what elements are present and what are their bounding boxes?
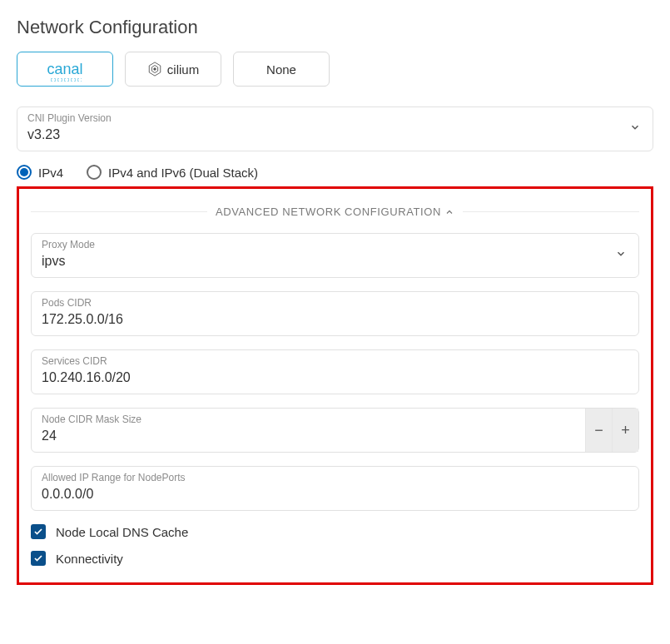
nodeport-range-input[interactable]: [32, 467, 638, 510]
nodeport-range-field: Allowed IP Range for NodePorts: [31, 466, 639, 511]
cni-provider-row: canal cilium None: [17, 52, 653, 87]
radio-ipv4[interactable]: IPv4: [17, 165, 63, 180]
proxy-mode-value: ipvs: [32, 234, 638, 277]
provider-none-button[interactable]: None: [233, 52, 330, 87]
proxy-mode-select[interactable]: Proxy Mode ipvs: [31, 233, 639, 278]
page-title: Network Configuration: [17, 17, 653, 38]
advanced-header-text: ADVANCED NETWORK CONFIGURATION: [216, 206, 441, 218]
radio-dual-label: IPv4 and IPv6 (Dual Stack): [108, 166, 258, 180]
ip-mode-radio-group: IPv4 IPv4 and IPv6 (Dual Stack): [17, 165, 653, 180]
checkbox-konnectivity-label: Konnectivity: [56, 552, 123, 566]
pods-cidr-input[interactable]: [32, 292, 638, 335]
node-mask-field: Node CIDR Mask Size − +: [31, 408, 639, 453]
radio-ipv4-label: IPv4: [38, 166, 63, 180]
cilium-label: cilium: [167, 62, 199, 77]
provider-canal-button[interactable]: canal: [17, 52, 113, 87]
radio-icon: [17, 165, 32, 180]
cilium-icon: [147, 62, 162, 77]
stepper-increment-button[interactable]: +: [612, 409, 638, 452]
checkbox-konnectivity-row: Konnectivity: [31, 551, 639, 566]
none-label: None: [266, 62, 296, 77]
checkbox-konnectivity[interactable]: [31, 551, 46, 566]
check-icon: [33, 527, 43, 537]
node-mask-stepper: − +: [585, 409, 638, 452]
radio-icon: [87, 165, 102, 180]
services-cidr-field: Services CIDR: [31, 349, 639, 394]
checkbox-dns-cache[interactable]: [31, 524, 46, 539]
chevron-up-icon: [444, 207, 454, 217]
node-mask-input[interactable]: [32, 409, 638, 452]
check-icon: [33, 553, 43, 563]
radio-dual-stack[interactable]: IPv4 and IPv6 (Dual Stack): [87, 165, 258, 180]
checkbox-dns-cache-row: Node Local DNS Cache: [31, 524, 639, 539]
checkbox-dns-cache-label: Node Local DNS Cache: [56, 525, 188, 539]
stepper-decrement-button[interactable]: −: [585, 409, 612, 452]
provider-cilium-button[interactable]: cilium: [125, 52, 221, 87]
advanced-toggle[interactable]: ADVANCED NETWORK CONFIGURATION: [207, 206, 463, 218]
svg-point-2: [154, 68, 156, 71]
advanced-section: ADVANCED NETWORK CONFIGURATION Proxy Mod…: [17, 186, 653, 585]
advanced-header-row: ADVANCED NETWORK CONFIGURATION: [31, 206, 639, 218]
cni-version-select[interactable]: CNI Plugin Version v3.23: [17, 107, 653, 151]
canal-logo: canal: [47, 61, 82, 78]
cni-version-value: v3.23: [17, 107, 653, 151]
services-cidr-input[interactable]: [32, 350, 638, 394]
pods-cidr-field: Pods CIDR: [31, 291, 639, 336]
